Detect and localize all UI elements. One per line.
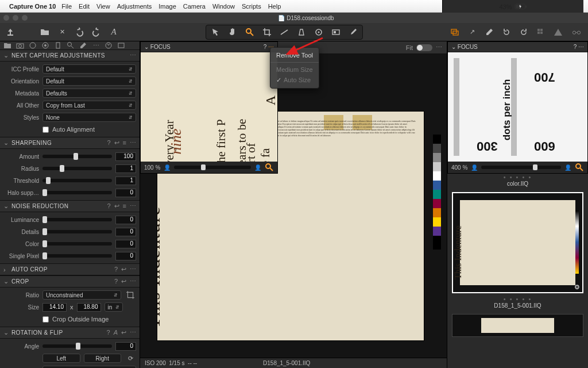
crop-outside-checkbox[interactable] — [42, 316, 49, 323]
orientation-select[interactable]: Default⇵ — [42, 76, 136, 86]
delete-icon[interactable]: ✕ — [56, 26, 68, 38]
svg-point-27 — [30, 43, 36, 48]
thumbnail-selected[interactable]: This Indenture ⚙ — [452, 192, 583, 293]
tab-lens-icon[interactable] — [29, 41, 37, 49]
icc-profile-select[interactable]: Default⇵ — [42, 64, 136, 74]
svg-rect-34 — [118, 43, 124, 48]
svg-rect-20 — [537, 32, 540, 34]
cursor-crop-icon[interactable] — [261, 26, 273, 38]
menu-remove-tool[interactable]: Remove Tool — [270, 50, 319, 60]
panel-menu-icon[interactable]: ⋯ — [130, 139, 136, 147]
panel-autocrop: ›AUTO CROP?↩⋯ — [0, 264, 140, 276]
fit-toggle[interactable] — [416, 44, 432, 51]
import-icon[interactable] — [5, 26, 16, 38]
drag-handle[interactable]: • • • • • — [447, 174, 588, 181]
browser-panel: • • • • • color.IIQ This Indenture ⚙ • •… — [447, 174, 588, 368]
crop-unit-select[interactable]: in⇵ — [105, 302, 123, 312]
panel-menu-icon[interactable]: ⋯ — [130, 52, 136, 59]
crop-height-input[interactable]: 18.80 — [77, 303, 101, 312]
thumbnail-gear-icon[interactable]: ⚙ — [574, 283, 580, 291]
rotate-left-button[interactable]: Left — [42, 354, 80, 363]
cursor-brush-icon[interactable] — [347, 26, 359, 38]
crop-width-input[interactable]: 14.10 — [42, 303, 67, 312]
menu-window[interactable]: Window — [212, 3, 235, 10]
menu-edit[interactable]: Edit — [79, 3, 90, 10]
tab-details-icon[interactable] — [67, 41, 75, 49]
angle-slider[interactable] — [42, 344, 112, 348]
details-slider[interactable] — [42, 230, 112, 233]
grid-icon[interactable] — [535, 26, 547, 38]
rotate-right-button[interactable]: Right — [84, 354, 122, 363]
menu-file[interactable]: File — [61, 3, 72, 10]
menu-adjustments[interactable]: Adjustments — [117, 3, 152, 10]
svg-point-26 — [19, 45, 22, 48]
redo-icon[interactable] — [91, 26, 102, 38]
tab-capture-icon[interactable] — [16, 41, 24, 49]
crop-tool-icon[interactable] — [125, 289, 136, 301]
cursor-zoom-icon[interactable] — [244, 26, 256, 38]
text-icon[interactable]: A — [108, 26, 119, 38]
cursor-mask-icon[interactable] — [330, 26, 342, 38]
tab-output-icon[interactable] — [105, 41, 113, 49]
cursor-spot-icon[interactable] — [313, 26, 324, 38]
allother-select[interactable]: Copy from Last⇵ — [42, 101, 136, 110]
auto-alignment-checkbox[interactable] — [42, 126, 49, 133]
status-battery[interactable]: 43% — [499, 3, 527, 10]
radius-slider[interactable] — [42, 167, 112, 170]
tab-exposure-icon[interactable] — [54, 41, 62, 49]
threshold-slider[interactable] — [42, 179, 112, 182]
halo-slider[interactable] — [42, 191, 112, 194]
rotate-ccw-icon[interactable] — [501, 26, 512, 38]
focus-zoom-slider-right[interactable] — [481, 166, 561, 169]
panel-crop: ⌄CROP?↩⋯ RatioUnconstrained⇵ Size 14.10 … — [0, 276, 140, 327]
luminance-slider[interactable] — [42, 218, 112, 221]
focus-zoom-slider[interactable] — [174, 166, 251, 169]
straighten-icon[interactable]: ⟳ — [125, 352, 136, 364]
svg-rect-2 — [525, 6, 527, 8]
svg-point-29 — [44, 44, 47, 47]
viewer-menu-icon[interactable]: ⋯ — [436, 44, 442, 51]
singlepixel-slider[interactable] — [42, 254, 112, 258]
tab-library-icon[interactable] — [3, 41, 11, 49]
menu-scripts[interactable]: Scripts — [242, 3, 261, 10]
ratio-select[interactable]: Unconstrained⇵ — [42, 290, 121, 300]
folder-icon[interactable] — [39, 26, 51, 38]
focus-loupe-icon[interactable] — [575, 163, 584, 172]
menu-camera[interactable]: Camera — [183, 3, 206, 10]
tab-adjust-icon[interactable] — [79, 41, 87, 49]
warning-icon[interactable] — [552, 26, 564, 38]
metadata-select[interactable]: Defaults⇵ — [42, 89, 136, 98]
styles-select[interactable]: None⇵ — [42, 113, 136, 122]
undo-icon[interactable] — [74, 26, 85, 38]
edit-icon[interactable] — [483, 26, 495, 38]
menu-view[interactable]: View — [96, 3, 110, 10]
app-name[interactable]: Capture One 10 — [9, 3, 56, 10]
rotate-cw-icon[interactable] — [518, 26, 529, 38]
focus-pick-icon[interactable]: 👤 — [164, 164, 171, 171]
panel-rotation: ⌄ROTATION & FLIP?A↩⋯ Angle0 LeftRight⟳ F… — [0, 327, 140, 368]
tab-batch-icon[interactable] — [117, 41, 125, 49]
tab-color-icon[interactable] — [41, 41, 49, 49]
svg-rect-30 — [56, 43, 60, 48]
drag-handle[interactable]: • • • • • — [447, 296, 588, 302]
flip-select[interactable]: None⇵ — [42, 366, 136, 368]
viewer-statusbar: ISO 200 1/15 s -- -- D158_1_5-001.IIQ — [140, 358, 447, 368]
color-slider[interactable] — [42, 242, 112, 246]
focus-loupe-icon[interactable] — [265, 163, 274, 172]
amount-slider[interactable] — [42, 155, 112, 158]
arrow-up-icon[interactable]: ↗ — [466, 26, 478, 38]
cursor-keystone-icon[interactable] — [296, 26, 307, 38]
cursor-select-icon[interactable] — [210, 26, 221, 38]
traffic-lights[interactable] — [3, 15, 28, 21]
focus-pick2-icon[interactable]: 👤 — [254, 164, 261, 171]
glasses-icon[interactable] — [570, 26, 583, 38]
cursor-straighten-icon[interactable] — [278, 26, 290, 38]
multi-view-icon[interactable] — [449, 26, 461, 38]
tab-meta-icon[interactable]: ⋯ — [92, 41, 100, 49]
cursor-hand-icon[interactable] — [227, 26, 238, 38]
menu-help[interactable]: Help — [268, 3, 281, 10]
menu-auto-size: Auto Size — [270, 75, 319, 86]
focus-panel-left: ⌄ FOCUS? ⋯ every Year nine of the first … — [140, 41, 278, 174]
thumbnail[interactable] — [452, 314, 583, 337]
menu-image[interactable]: Image — [158, 3, 176, 10]
